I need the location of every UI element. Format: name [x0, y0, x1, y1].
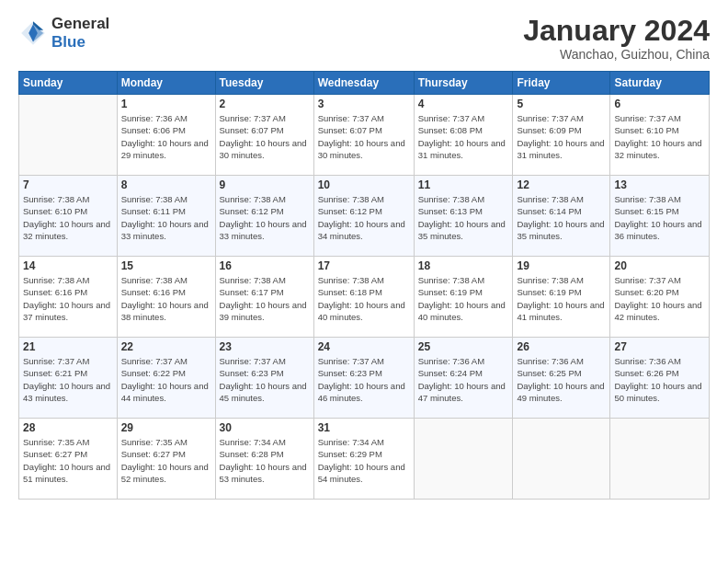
calendar-cell: 5Sunrise: 7:37 AMSunset: 6:09 PMDaylight…	[513, 95, 610, 176]
logo-text: General Blue	[51, 15, 109, 51]
day-info: Sunrise: 7:38 AMSunset: 6:16 PMDaylight:…	[121, 274, 211, 323]
calendar-cell: 18Sunrise: 7:38 AMSunset: 6:19 PMDayligh…	[414, 257, 513, 338]
page-header: General Blue January 2024 Wanchao, Guizh…	[18, 15, 710, 62]
day-info: Sunrise: 7:38 AMSunset: 6:13 PMDaylight:…	[418, 193, 509, 242]
calendar-cell: 6Sunrise: 7:37 AMSunset: 6:10 PMDaylight…	[610, 95, 710, 176]
day-info: Sunrise: 7:38 AMSunset: 6:12 PMDaylight:…	[318, 193, 410, 242]
calendar-cell: 21Sunrise: 7:37 AMSunset: 6:21 PMDayligh…	[19, 338, 118, 419]
day-number: 20	[614, 259, 705, 272]
day-info: Sunrise: 7:38 AMSunset: 6:10 PMDaylight:…	[23, 193, 113, 242]
day-info: Sunrise: 7:36 AMSunset: 6:06 PMDaylight:…	[121, 112, 211, 161]
calendar-week-row: 28Sunrise: 7:35 AMSunset: 6:27 PMDayligh…	[19, 419, 710, 500]
calendar-cell	[610, 419, 710, 500]
day-header-tuesday: Tuesday	[215, 72, 313, 95]
day-info: Sunrise: 7:36 AMSunset: 6:26 PMDaylight:…	[614, 355, 705, 404]
day-info: Sunrise: 7:37 AMSunset: 6:22 PMDaylight:…	[121, 355, 211, 404]
calendar-cell: 29Sunrise: 7:35 AMSunset: 6:27 PMDayligh…	[117, 419, 215, 500]
day-number: 24	[318, 340, 410, 353]
day-number: 3	[318, 98, 410, 110]
calendar-cell: 14Sunrise: 7:38 AMSunset: 6:16 PMDayligh…	[19, 257, 118, 338]
day-header-thursday: Thursday	[414, 72, 513, 95]
calendar-header-row: SundayMondayTuesdayWednesdayThursdayFrid…	[19, 72, 710, 95]
day-info: Sunrise: 7:37 AMSunset: 6:07 PMDaylight:…	[220, 112, 310, 161]
calendar-cell: 31Sunrise: 7:34 AMSunset: 6:29 PMDayligh…	[313, 419, 414, 500]
day-info: Sunrise: 7:37 AMSunset: 6:23 PMDaylight:…	[220, 355, 310, 404]
calendar-cell: 8Sunrise: 7:38 AMSunset: 6:11 PMDaylight…	[117, 176, 215, 257]
day-info: Sunrise: 7:37 AMSunset: 6:23 PMDaylight:…	[318, 355, 410, 404]
day-info: Sunrise: 7:37 AMSunset: 6:20 PMDaylight:…	[614, 274, 705, 323]
day-number: 22	[121, 340, 211, 353]
day-number: 19	[517, 259, 606, 272]
day-info: Sunrise: 7:38 AMSunset: 6:17 PMDaylight:…	[220, 274, 310, 323]
calendar-cell: 12Sunrise: 7:38 AMSunset: 6:14 PMDayligh…	[513, 176, 610, 257]
calendar-cell: 9Sunrise: 7:38 AMSunset: 6:12 PMDaylight…	[215, 176, 313, 257]
calendar-cell: 2Sunrise: 7:37 AMSunset: 6:07 PMDaylight…	[215, 95, 313, 176]
day-info: Sunrise: 7:38 AMSunset: 6:18 PMDaylight:…	[318, 274, 410, 323]
day-number: 6	[614, 98, 705, 110]
day-number: 31	[318, 421, 410, 434]
logo-blue: Blue	[51, 33, 85, 51]
day-number: 21	[23, 340, 113, 353]
calendar-cell: 25Sunrise: 7:36 AMSunset: 6:24 PMDayligh…	[414, 338, 513, 419]
calendar-cell: 17Sunrise: 7:38 AMSunset: 6:18 PMDayligh…	[313, 257, 414, 338]
day-info: Sunrise: 7:35 AMSunset: 6:27 PMDaylight:…	[121, 436, 211, 485]
day-header-sunday: Sunday	[19, 72, 118, 95]
location: Wanchao, Guizhou, China	[523, 47, 710, 62]
calendar-cell: 26Sunrise: 7:36 AMSunset: 6:25 PMDayligh…	[513, 338, 610, 419]
day-number: 30	[220, 421, 310, 434]
day-header-monday: Monday	[117, 72, 215, 95]
day-info: Sunrise: 7:34 AMSunset: 6:29 PMDaylight:…	[318, 436, 410, 485]
day-number: 11	[418, 178, 509, 191]
day-number: 15	[121, 259, 211, 272]
day-info: Sunrise: 7:34 AMSunset: 6:28 PMDaylight:…	[220, 436, 310, 485]
calendar-table: SundayMondayTuesdayWednesdayThursdayFrid…	[18, 71, 710, 500]
day-info: Sunrise: 7:35 AMSunset: 6:27 PMDaylight:…	[23, 436, 113, 485]
logo: General Blue	[18, 15, 109, 51]
day-info: Sunrise: 7:37 AMSunset: 6:07 PMDaylight:…	[318, 112, 410, 161]
calendar-week-row: 7Sunrise: 7:38 AMSunset: 6:10 PMDaylight…	[19, 176, 710, 257]
calendar-cell: 20Sunrise: 7:37 AMSunset: 6:20 PMDayligh…	[610, 257, 710, 338]
logo-icon	[18, 18, 48, 48]
calendar-cell: 28Sunrise: 7:35 AMSunset: 6:27 PMDayligh…	[19, 419, 118, 500]
day-number: 25	[418, 340, 509, 353]
calendar-cell: 1Sunrise: 7:36 AMSunset: 6:06 PMDaylight…	[117, 95, 215, 176]
day-header-friday: Friday	[513, 72, 610, 95]
day-number: 17	[318, 259, 410, 272]
day-number: 13	[614, 178, 705, 191]
day-number: 28	[23, 421, 113, 434]
day-number: 2	[220, 98, 310, 110]
day-info: Sunrise: 7:36 AMSunset: 6:24 PMDaylight:…	[418, 355, 509, 404]
day-info: Sunrise: 7:37 AMSunset: 6:09 PMDaylight:…	[517, 112, 606, 161]
day-number: 7	[23, 178, 113, 191]
day-info: Sunrise: 7:38 AMSunset: 6:12 PMDaylight:…	[220, 193, 310, 242]
calendar-cell	[513, 419, 610, 500]
calendar-page: General Blue January 2024 Wanchao, Guizh…	[0, 0, 728, 563]
calendar-cell: 10Sunrise: 7:38 AMSunset: 6:12 PMDayligh…	[313, 176, 414, 257]
day-number: 5	[517, 98, 606, 110]
day-info: Sunrise: 7:38 AMSunset: 6:19 PMDaylight:…	[517, 274, 606, 323]
day-number: 4	[418, 98, 509, 110]
day-info: Sunrise: 7:38 AMSunset: 6:15 PMDaylight:…	[614, 193, 705, 242]
day-header-wednesday: Wednesday	[313, 72, 414, 95]
calendar-cell: 30Sunrise: 7:34 AMSunset: 6:28 PMDayligh…	[215, 419, 313, 500]
day-number: 29	[121, 421, 211, 434]
day-info: Sunrise: 7:38 AMSunset: 6:14 PMDaylight:…	[517, 193, 606, 242]
day-number: 16	[220, 259, 310, 272]
day-number: 1	[121, 98, 211, 110]
day-number: 18	[418, 259, 509, 272]
day-number: 10	[318, 178, 410, 191]
calendar-week-row: 21Sunrise: 7:37 AMSunset: 6:21 PMDayligh…	[19, 338, 710, 419]
day-info: Sunrise: 7:37 AMSunset: 6:10 PMDaylight:…	[614, 112, 705, 161]
day-info: Sunrise: 7:37 AMSunset: 6:08 PMDaylight:…	[418, 112, 509, 161]
calendar-cell: 27Sunrise: 7:36 AMSunset: 6:26 PMDayligh…	[610, 338, 710, 419]
title-block: January 2024 Wanchao, Guizhou, China	[523, 15, 710, 62]
month-title: January 2024	[523, 15, 710, 47]
calendar-cell: 19Sunrise: 7:38 AMSunset: 6:19 PMDayligh…	[513, 257, 610, 338]
day-number: 26	[517, 340, 606, 353]
calendar-week-row: 14Sunrise: 7:38 AMSunset: 6:16 PMDayligh…	[19, 257, 710, 338]
calendar-cell: 7Sunrise: 7:38 AMSunset: 6:10 PMDaylight…	[19, 176, 118, 257]
day-info: Sunrise: 7:36 AMSunset: 6:25 PMDaylight:…	[517, 355, 606, 404]
day-info: Sunrise: 7:38 AMSunset: 6:19 PMDaylight:…	[418, 274, 509, 323]
day-number: 27	[614, 340, 705, 353]
day-number: 8	[121, 178, 211, 191]
